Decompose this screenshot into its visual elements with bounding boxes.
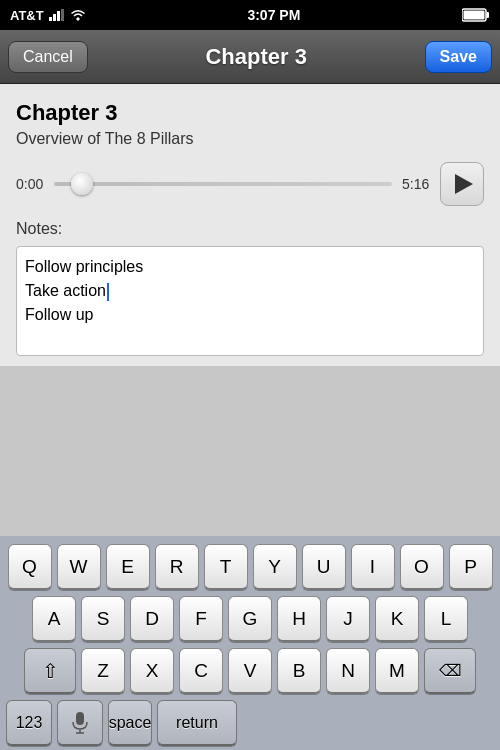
svg-rect-2 xyxy=(57,11,60,21)
key-D[interactable]: D xyxy=(130,596,174,642)
nav-bar: Cancel Chapter 3 Save xyxy=(0,30,500,84)
key-A[interactable]: A xyxy=(32,596,76,642)
key-N[interactable]: N xyxy=(326,648,370,694)
wifi-icon xyxy=(70,9,86,21)
status-bar: AT&T 3:07 PM xyxy=(0,0,500,30)
svg-rect-5 xyxy=(487,12,490,18)
seek-bar[interactable] xyxy=(54,174,392,194)
key-S[interactable]: S xyxy=(81,596,125,642)
keyboard-row-3: ⇧ Z X C V B N M ⌫ xyxy=(3,648,497,694)
svg-rect-1 xyxy=(53,14,56,21)
key-Y[interactable]: Y xyxy=(253,544,297,590)
keyboard-row-1: Q W E R T Y U I O P xyxy=(3,544,497,590)
keyboard: Q W E R T Y U I O P A S D F G H J K L ⇧ … xyxy=(0,536,500,750)
notes-line-1: Follow principles xyxy=(25,255,475,279)
status-time: 3:07 PM xyxy=(247,7,300,23)
key-U[interactable]: U xyxy=(302,544,346,590)
play-icon xyxy=(455,174,473,194)
key-P[interactable]: P xyxy=(449,544,493,590)
key-Z[interactable]: Z xyxy=(81,648,125,694)
save-button[interactable]: Save xyxy=(425,41,492,73)
backspace-icon: ⌫ xyxy=(439,661,462,680)
key-I[interactable]: I xyxy=(351,544,395,590)
battery-icon xyxy=(462,8,490,22)
key-K[interactable]: K xyxy=(375,596,419,642)
backspace-key[interactable]: ⌫ xyxy=(424,648,476,694)
notes-label: Notes: xyxy=(16,220,484,238)
svg-rect-0 xyxy=(49,17,52,21)
key-G[interactable]: G xyxy=(228,596,272,642)
space-label: space xyxy=(109,714,152,732)
key-X[interactable]: X xyxy=(130,648,174,694)
carrier-text: AT&T xyxy=(10,8,44,23)
chapter-subtitle: Overview of The 8 Pillars xyxy=(16,130,484,148)
notes-line-3: Follow up xyxy=(25,303,475,327)
chapter-title: Chapter 3 xyxy=(16,100,484,126)
svg-rect-7 xyxy=(76,712,84,725)
signal-icon xyxy=(49,9,65,21)
shift-key[interactable]: ⇧ xyxy=(24,648,76,694)
nav-title: Chapter 3 xyxy=(205,44,306,70)
key-E[interactable]: E xyxy=(106,544,150,590)
key-O[interactable]: O xyxy=(400,544,444,590)
num-label: 123 xyxy=(16,714,43,732)
time-start: 0:00 xyxy=(16,176,44,192)
key-M[interactable]: M xyxy=(375,648,419,694)
play-button[interactable] xyxy=(440,162,484,206)
shift-icon: ⇧ xyxy=(42,659,59,683)
keyboard-row-4: 123 space return xyxy=(3,700,497,746)
notes-textarea[interactable]: Follow principles Take action Follow up xyxy=(16,246,484,356)
audio-player: 0:00 5:16 xyxy=(16,162,484,206)
mic-icon xyxy=(72,712,88,734)
seek-track xyxy=(54,182,392,186)
key-F[interactable]: F xyxy=(179,596,223,642)
key-T[interactable]: T xyxy=(204,544,248,590)
space-key[interactable]: space xyxy=(108,700,152,746)
num-key[interactable]: 123 xyxy=(6,700,52,746)
key-W[interactable]: W xyxy=(57,544,101,590)
mic-key[interactable] xyxy=(57,700,103,746)
keyboard-row-2: A S D F G H J K L xyxy=(3,596,497,642)
seek-thumb xyxy=(71,173,93,195)
svg-rect-3 xyxy=(61,9,64,21)
svg-rect-6 xyxy=(464,11,485,20)
status-carrier: AT&T xyxy=(10,8,86,23)
time-end: 5:16 xyxy=(402,176,430,192)
key-J[interactable]: J xyxy=(326,596,370,642)
key-C[interactable]: C xyxy=(179,648,223,694)
status-battery xyxy=(462,8,490,22)
cancel-button[interactable]: Cancel xyxy=(8,41,88,73)
key-B[interactable]: B xyxy=(277,648,321,694)
key-Q[interactable]: Q xyxy=(8,544,52,590)
key-L[interactable]: L xyxy=(424,596,468,642)
key-R[interactable]: R xyxy=(155,544,199,590)
notes-line-2: Take action xyxy=(25,279,475,303)
key-H[interactable]: H xyxy=(277,596,321,642)
return-label: return xyxy=(176,714,218,732)
text-cursor xyxy=(107,283,109,301)
key-V[interactable]: V xyxy=(228,648,272,694)
return-key[interactable]: return xyxy=(157,700,237,746)
content-area: Chapter 3 Overview of The 8 Pillars 0:00… xyxy=(0,84,500,366)
